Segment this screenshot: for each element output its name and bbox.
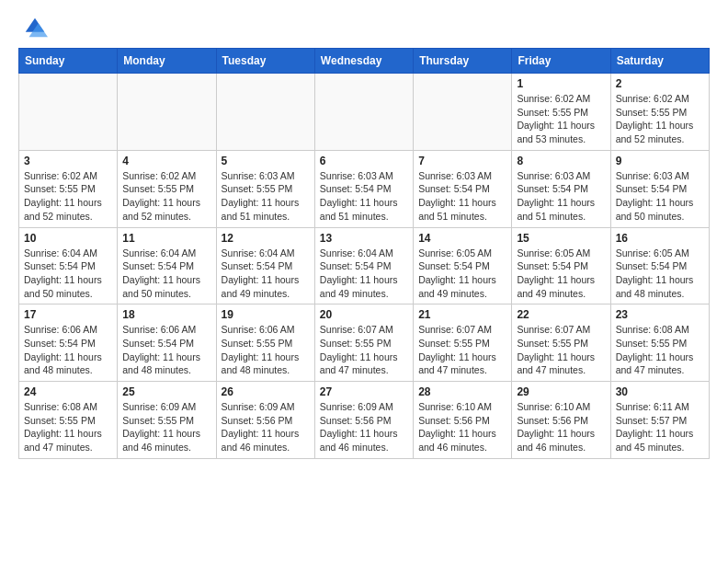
day-number: 23 bbox=[616, 308, 704, 321]
day-info: Sunrise: 6:09 AM Sunset: 5:56 PM Dayligh… bbox=[320, 400, 408, 454]
day-number: 4 bbox=[122, 155, 210, 167]
calendar-day-cell: 30Sunrise: 6:11 AM Sunset: 5:57 PM Dayli… bbox=[610, 382, 709, 459]
day-info: Sunrise: 6:02 AM Sunset: 5:55 PM Dayligh… bbox=[517, 92, 605, 146]
day-info: Sunrise: 6:06 AM Sunset: 5:54 PM Dayligh… bbox=[122, 323, 210, 377]
day-number: 5 bbox=[222, 155, 310, 167]
calendar-day-cell: 11Sunrise: 6:04 AM Sunset: 5:54 PM Dayli… bbox=[118, 227, 216, 304]
day-info: Sunrise: 6:07 AM Sunset: 5:55 PM Dayligh… bbox=[418, 323, 506, 377]
weekday-header: Monday bbox=[118, 49, 216, 74]
day-number: 12 bbox=[222, 232, 310, 245]
day-info: Sunrise: 6:09 AM Sunset: 5:55 PM Dayligh… bbox=[122, 400, 210, 454]
day-info: Sunrise: 6:04 AM Sunset: 5:54 PM Dayligh… bbox=[222, 247, 310, 301]
calendar-day-cell bbox=[19, 74, 118, 151]
day-number: 18 bbox=[122, 308, 210, 321]
calendar-week-row: 10Sunrise: 6:04 AM Sunset: 5:54 PM Dayli… bbox=[19, 227, 710, 304]
day-info: Sunrise: 6:08 AM Sunset: 5:55 PM Dayligh… bbox=[616, 323, 704, 377]
weekday-header: Wednesday bbox=[314, 49, 413, 74]
day-info: Sunrise: 6:08 AM Sunset: 5:55 PM Dayligh… bbox=[24, 400, 112, 454]
calendar-day-cell: 7Sunrise: 6:03 AM Sunset: 5:54 PM Daylig… bbox=[414, 150, 512, 227]
calendar-day-cell bbox=[314, 74, 413, 151]
day-info: Sunrise: 6:07 AM Sunset: 5:55 PM Dayligh… bbox=[517, 323, 605, 377]
calendar-day-cell: 14Sunrise: 6:05 AM Sunset: 5:54 PM Dayli… bbox=[414, 227, 512, 304]
day-number: 3 bbox=[24, 155, 112, 167]
calendar-day-cell bbox=[118, 74, 216, 151]
calendar-day-cell bbox=[216, 74, 314, 151]
calendar-day-cell: 13Sunrise: 6:04 AM Sunset: 5:54 PM Dayli… bbox=[314, 227, 413, 304]
weekday-header: Thursday bbox=[414, 49, 512, 74]
calendar-day-cell: 27Sunrise: 6:09 AM Sunset: 5:56 PM Dayli… bbox=[314, 382, 413, 459]
calendar-day-cell: 26Sunrise: 6:09 AM Sunset: 5:56 PM Dayli… bbox=[216, 382, 314, 459]
calendar-day-cell: 20Sunrise: 6:07 AM Sunset: 5:55 PM Dayli… bbox=[314, 304, 413, 382]
calendar-day-cell: 24Sunrise: 6:08 AM Sunset: 5:55 PM Dayli… bbox=[19, 382, 118, 459]
day-number: 16 bbox=[616, 232, 704, 245]
day-number: 14 bbox=[418, 232, 506, 245]
day-number: 19 bbox=[222, 308, 310, 321]
day-info: Sunrise: 6:10 AM Sunset: 5:56 PM Dayligh… bbox=[517, 400, 605, 454]
calendar-day-cell: 28Sunrise: 6:10 AM Sunset: 5:56 PM Dayli… bbox=[414, 382, 512, 459]
calendar-week-row: 1Sunrise: 6:02 AM Sunset: 5:55 PM Daylig… bbox=[19, 74, 710, 151]
day-info: Sunrise: 6:05 AM Sunset: 5:54 PM Dayligh… bbox=[616, 247, 704, 301]
day-info: Sunrise: 6:03 AM Sunset: 5:55 PM Dayligh… bbox=[222, 169, 310, 224]
calendar-day-cell: 19Sunrise: 6:06 AM Sunset: 5:55 PM Dayli… bbox=[216, 304, 314, 382]
logo-icon bbox=[22, 15, 48, 40]
calendar-day-cell: 3Sunrise: 6:02 AM Sunset: 5:55 PM Daylig… bbox=[19, 150, 118, 227]
day-number: 22 bbox=[517, 308, 605, 321]
day-number: 21 bbox=[418, 308, 506, 321]
day-info: Sunrise: 6:05 AM Sunset: 5:54 PM Dayligh… bbox=[517, 247, 605, 301]
day-info: Sunrise: 6:09 AM Sunset: 5:56 PM Dayligh… bbox=[222, 400, 310, 454]
calendar-day-cell: 23Sunrise: 6:08 AM Sunset: 5:55 PM Dayli… bbox=[610, 304, 709, 382]
day-info: Sunrise: 6:04 AM Sunset: 5:54 PM Dayligh… bbox=[122, 247, 210, 301]
weekday-header: Friday bbox=[512, 49, 610, 74]
calendar-day-cell: 2Sunrise: 6:02 AM Sunset: 5:55 PM Daylig… bbox=[610, 74, 709, 151]
calendar-day-cell: 1Sunrise: 6:02 AM Sunset: 5:55 PM Daylig… bbox=[512, 74, 610, 151]
header bbox=[18, 15, 710, 40]
day-info: Sunrise: 6:03 AM Sunset: 5:54 PM Dayligh… bbox=[616, 169, 704, 224]
day-info: Sunrise: 6:11 AM Sunset: 5:57 PM Dayligh… bbox=[616, 400, 704, 454]
day-info: Sunrise: 6:02 AM Sunset: 5:55 PM Dayligh… bbox=[24, 169, 112, 224]
calendar-table: SundayMondayTuesdayWednesdayThursdayFrid… bbox=[18, 48, 710, 459]
calendar-day-cell: 6Sunrise: 6:03 AM Sunset: 5:54 PM Daylig… bbox=[314, 150, 413, 227]
day-number: 15 bbox=[517, 232, 605, 245]
day-info: Sunrise: 6:02 AM Sunset: 5:55 PM Dayligh… bbox=[616, 92, 704, 146]
day-info: Sunrise: 6:03 AM Sunset: 5:54 PM Dayligh… bbox=[517, 169, 605, 224]
calendar-day-cell: 21Sunrise: 6:07 AM Sunset: 5:55 PM Dayli… bbox=[414, 304, 512, 382]
weekday-header: Tuesday bbox=[216, 49, 314, 74]
calendar-day-cell: 9Sunrise: 6:03 AM Sunset: 5:54 PM Daylig… bbox=[610, 150, 709, 227]
calendar-day-cell: 16Sunrise: 6:05 AM Sunset: 5:54 PM Dayli… bbox=[610, 227, 709, 304]
day-info: Sunrise: 6:03 AM Sunset: 5:54 PM Dayligh… bbox=[320, 169, 408, 224]
calendar-day-cell: 15Sunrise: 6:05 AM Sunset: 5:54 PM Dayli… bbox=[512, 227, 610, 304]
day-number: 20 bbox=[320, 308, 408, 321]
day-number: 25 bbox=[122, 385, 210, 398]
day-number: 8 bbox=[517, 155, 605, 167]
day-number: 10 bbox=[24, 232, 112, 245]
day-info: Sunrise: 6:04 AM Sunset: 5:54 PM Dayligh… bbox=[24, 247, 112, 301]
calendar-day-cell: 18Sunrise: 6:06 AM Sunset: 5:54 PM Dayli… bbox=[118, 304, 216, 382]
day-number: 1 bbox=[517, 77, 605, 90]
calendar-day-cell bbox=[414, 74, 512, 151]
day-info: Sunrise: 6:04 AM Sunset: 5:54 PM Dayligh… bbox=[320, 247, 408, 301]
day-number: 24 bbox=[24, 385, 112, 398]
calendar-day-cell: 22Sunrise: 6:07 AM Sunset: 5:55 PM Dayli… bbox=[512, 304, 610, 382]
day-number: 11 bbox=[122, 232, 210, 245]
calendar-day-cell: 12Sunrise: 6:04 AM Sunset: 5:54 PM Dayli… bbox=[216, 227, 314, 304]
day-number: 13 bbox=[320, 232, 408, 245]
calendar-day-cell: 5Sunrise: 6:03 AM Sunset: 5:55 PM Daylig… bbox=[216, 150, 314, 227]
day-info: Sunrise: 6:02 AM Sunset: 5:55 PM Dayligh… bbox=[122, 169, 210, 224]
day-number: 27 bbox=[320, 385, 408, 398]
calendar-day-cell: 10Sunrise: 6:04 AM Sunset: 5:54 PM Dayli… bbox=[19, 227, 118, 304]
day-number: 26 bbox=[222, 385, 310, 398]
day-info: Sunrise: 6:03 AM Sunset: 5:54 PM Dayligh… bbox=[418, 169, 506, 224]
day-info: Sunrise: 6:07 AM Sunset: 5:55 PM Dayligh… bbox=[320, 323, 408, 377]
calendar-day-cell: 29Sunrise: 6:10 AM Sunset: 5:56 PM Dayli… bbox=[512, 382, 610, 459]
day-info: Sunrise: 6:06 AM Sunset: 5:54 PM Dayligh… bbox=[24, 323, 112, 377]
day-number: 29 bbox=[517, 385, 605, 398]
day-number: 28 bbox=[418, 385, 506, 398]
day-number: 7 bbox=[418, 155, 506, 167]
calendar-week-row: 17Sunrise: 6:06 AM Sunset: 5:54 PM Dayli… bbox=[19, 304, 710, 382]
weekday-header: Sunday bbox=[19, 49, 118, 74]
calendar-day-cell: 8Sunrise: 6:03 AM Sunset: 5:54 PM Daylig… bbox=[512, 150, 610, 227]
day-info: Sunrise: 6:05 AM Sunset: 5:54 PM Dayligh… bbox=[418, 247, 506, 301]
calendar-day-cell: 17Sunrise: 6:06 AM Sunset: 5:54 PM Dayli… bbox=[19, 304, 118, 382]
day-number: 2 bbox=[616, 77, 704, 90]
day-number: 6 bbox=[320, 155, 408, 167]
